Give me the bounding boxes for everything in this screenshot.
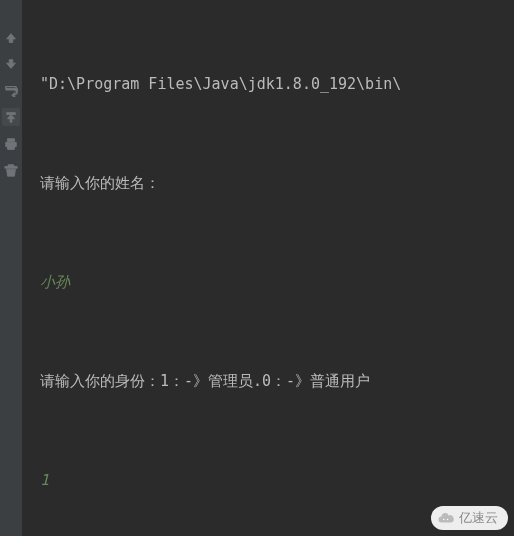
- export-icon[interactable]: [2, 108, 20, 126]
- print-icon[interactable]: [3, 136, 19, 152]
- watermark: 亿速云: [431, 506, 508, 530]
- wrap-icon[interactable]: [3, 82, 19, 98]
- user-input-name: 小孙: [40, 266, 514, 299]
- path-line: "D:\Program Files\Java\jdk1.8.0_192\bin\: [40, 68, 514, 101]
- arrow-down-icon[interactable]: [3, 56, 19, 72]
- user-input-identity: 1: [40, 464, 514, 497]
- console-output[interactable]: "D:\Program Files\Java\jdk1.8.0_192\bin\…: [22, 0, 514, 536]
- cloud-icon: [437, 509, 455, 527]
- svg-point-1: [447, 519, 449, 521]
- arrow-up-icon[interactable]: [3, 30, 19, 46]
- prompt-identity: 请输入你的身份：1：-》管理员.0：-》普通用户: [40, 365, 514, 398]
- console-gutter: [0, 0, 22, 536]
- trash-icon[interactable]: [3, 162, 19, 178]
- svg-point-0: [443, 519, 445, 521]
- prompt-name: 请输入你的姓名：: [40, 167, 514, 200]
- watermark-text: 亿速云: [459, 509, 498, 527]
